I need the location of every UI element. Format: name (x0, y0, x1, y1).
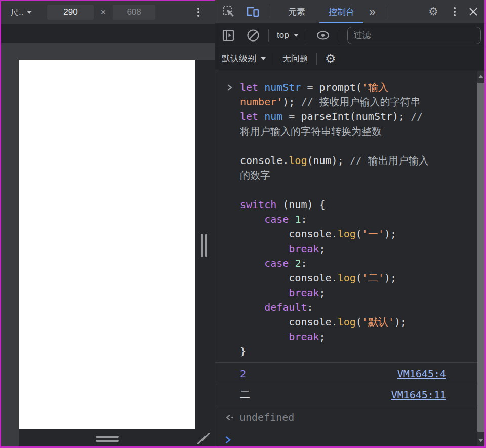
console-prompt[interactable] (215, 430, 477, 446)
console-result-rows: 2VM1645:4二VM1645:11 (215, 363, 477, 405)
console-input-echo: let numStr = prompt('输入number'); // 接收用户… (215, 71, 477, 363)
log-value: 二 (240, 388, 391, 401)
code-line (240, 183, 472, 197)
live-expression-eye-icon[interactable] (315, 30, 331, 40)
code-line: console.log('一'); (240, 227, 472, 241)
tab-console[interactable]: 控制台 (317, 0, 366, 23)
divider (274, 53, 274, 65)
divider (386, 6, 386, 18)
code-line: case 2: (240, 256, 472, 271)
code-line: number'); // 接收用户输入的字符串 (240, 95, 472, 109)
issues-counter[interactable]: 无问题 (282, 53, 308, 64)
log-level-label: 默认级别 (222, 53, 256, 64)
inspect-element-icon[interactable] (222, 5, 235, 18)
log-level-dropdown[interactable]: 默认级别 (222, 53, 266, 64)
devtools-menu-icon[interactable] (452, 5, 458, 18)
capture-border (0, 0, 215, 1)
browser-devtools-window: 尺.. 290 × 608 (0, 0, 486, 448)
devtools-tab-bar: 元素 控制台 » ⚙ (215, 0, 486, 24)
scrollbar-up-arrow-icon[interactable] (478, 75, 483, 78)
code-line: let numStr = prompt('输入 (240, 80, 472, 95)
code-line (240, 139, 472, 153)
source-location-link[interactable]: VM1645:11 (391, 389, 446, 401)
context-label: top (277, 30, 289, 40)
code-line: break; (240, 241, 472, 256)
tab-console-label: 控制台 (329, 6, 354, 18)
console-sidebar-icon[interactable] (222, 29, 235, 42)
chevron-down-icon (294, 34, 299, 37)
prompt-chevron-icon (225, 435, 231, 444)
return-value-text: undefined (239, 411, 294, 423)
divider (307, 29, 307, 42)
code-line: default: (240, 300, 472, 315)
ruler-strip (0, 24, 215, 43)
code-line: console.log('默认'); (240, 315, 472, 330)
more-tabs-icon[interactable]: » (367, 6, 378, 18)
device-emulation-pane: 尺.. 290 × 608 (0, 0, 215, 448)
console-level-bar: 默认级别 无问题 ⚙ (215, 47, 486, 70)
return-value-icon (225, 414, 235, 421)
code-line: 的数字 (240, 168, 472, 183)
scrollbar-down-arrow-icon[interactable] (478, 439, 483, 442)
chevron-down-icon (261, 57, 266, 60)
device-type-label: 尺.. (10, 7, 23, 18)
log-value: 2 (240, 368, 397, 380)
viewport-height-input[interactable]: 608 (113, 5, 155, 20)
tab-elements[interactable]: 元素 (276, 0, 317, 23)
code-line: 将用户输入的字符串转换为整数 (240, 124, 472, 139)
console-return-row: undefined (215, 405, 477, 429)
device-toolbar-menu-icon[interactable] (195, 6, 201, 19)
console-code-lines: let numStr = prompt('输入number'); // 接收用户… (240, 80, 472, 359)
console-scrollbar[interactable] (477, 71, 484, 446)
console-log-row: 2VM1645:4 (215, 363, 477, 384)
emulation-workspace (0, 43, 215, 448)
javascript-context-dropdown[interactable]: top (277, 30, 299, 40)
close-devtools-icon[interactable] (468, 6, 479, 17)
emulated-page-viewport[interactable] (19, 60, 195, 429)
viewport-width-input[interactable]: 290 (47, 5, 94, 20)
chevron-down-icon (27, 11, 32, 14)
console-log-row: 二VM1645:11 (215, 384, 477, 405)
code-line: break; (240, 330, 472, 344)
console-toolbar: top (215, 24, 486, 47)
code-line: case 1: (240, 212, 472, 227)
source-location-link[interactable]: VM1645:4 (397, 368, 446, 380)
capture-border (0, 0, 1, 448)
console-settings-gear-icon[interactable]: ⚙ (325, 53, 336, 65)
settings-gear-icon[interactable]: ⚙ (428, 6, 438, 17)
code-line: break; (240, 286, 472, 300)
console-filter-input[interactable] (347, 27, 481, 44)
viewport-height-resize-handle[interactable] (96, 436, 119, 442)
scrollbar-thumb[interactable] (477, 83, 484, 432)
code-line: } (240, 344, 472, 359)
divider (316, 53, 317, 65)
viewport-corner-resize-handle[interactable] (196, 431, 212, 446)
code-line: console.log('二'); (240, 271, 472, 286)
dimension-separator: × (100, 7, 106, 18)
toggle-device-toolbar-icon[interactable] (246, 6, 260, 18)
divider (339, 29, 339, 42)
console-input-chevron-icon[interactable] (226, 83, 233, 92)
code-line: console.log(num); // 输出用户输入 (240, 153, 472, 168)
code-line: switch (num) { (240, 197, 472, 212)
divider (268, 6, 268, 18)
clear-console-icon[interactable] (246, 28, 260, 43)
device-type-dropdown[interactable]: 尺.. (10, 7, 32, 18)
console-output: let numStr = prompt('输入number'); // 接收用户… (215, 71, 477, 446)
devtools-panel: 元素 控制台 » ⚙ (215, 0, 486, 448)
tab-elements-label: 元素 (288, 6, 305, 18)
viewport-height-value: 608 (127, 7, 141, 17)
code-line: let num = parseInt(numStr); // (240, 109, 472, 124)
viewport-width-value: 290 (63, 7, 77, 17)
divider (268, 29, 269, 42)
device-toolbar: 尺.. 290 × 608 (0, 0, 215, 24)
viewport-width-resize-handle[interactable] (201, 234, 207, 257)
